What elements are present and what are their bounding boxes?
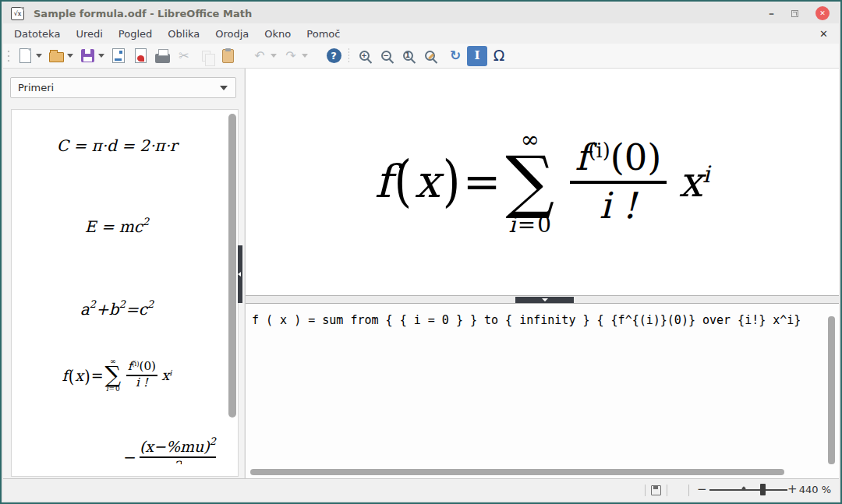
menu-item-pomoc[interactable]: Pomoč — [299, 26, 348, 42]
show-all-button[interactable] — [419, 46, 440, 66]
status-bar: − + 440 % — [3, 478, 839, 501]
fs-li: i — [106, 386, 108, 393]
menu-item-oblika[interactable]: Oblika — [160, 26, 207, 42]
save-as-button[interactable] — [108, 46, 129, 66]
command-horizontal-scrollbar[interactable] — [250, 469, 784, 475]
fs-x: x — [75, 367, 83, 384]
zoom-in-glyph: + — [361, 52, 367, 59]
menu-item-datoteka[interactable]: Datoteka — [6, 26, 68, 42]
print-icon — [155, 54, 170, 63]
menu-bar: Datoteka Uredi Pogled Oblika Orodja Okno… — [3, 23, 839, 44]
zoom-out-button[interactable]: − — [376, 46, 396, 66]
zoom-in-control[interactable]: + — [787, 482, 798, 496]
open-dropdown-arrow-icon[interactable] — [67, 54, 73, 58]
text-cursor-icon: I — [474, 50, 479, 62]
open-button[interactable] — [46, 46, 66, 66]
new-document-icon — [19, 48, 31, 63]
zoom-100-button[interactable]: 1 — [398, 46, 418, 66]
paste-clipboard-icon — [222, 49, 234, 63]
save-dropdown-arrow-icon[interactable] — [98, 54, 104, 58]
example-pythagoras[interactable]: a2+b2=c2 — [12, 300, 222, 319]
fs-rp: ) — [84, 365, 90, 386]
redo-button: ↷ — [281, 46, 301, 66]
command-window[interactable]: f ( x ) = sum from { { i = 0 } } to { in… — [246, 304, 839, 478]
open-folder-icon — [49, 52, 64, 62]
elements-panel: Primeri C = π·d = 2·π·r E = mc2 a2+b2=c2 — [3, 69, 244, 481]
fb-sigma: ∑ — [505, 151, 554, 212]
gauss-sup: 2 — [210, 435, 216, 447]
help-button[interactable]: ? — [324, 46, 344, 66]
new-document-button[interactable] — [15, 46, 35, 66]
restore-button[interactable] — [791, 10, 798, 17]
save-button[interactable] — [77, 46, 97, 66]
update-button[interactable]: ↻ — [445, 46, 465, 66]
libreoffice-math-icon: √x — [11, 7, 24, 20]
statusbar-separator — [667, 485, 667, 496]
fs-f: f — [62, 367, 68, 384]
fb-ti: i — [702, 160, 710, 188]
document-modified-icon[interactable] — [651, 485, 661, 495]
fb-li: i — [509, 214, 516, 236]
example-gauss-partial[interactable]: − (x−%mu)2 2 — [123, 437, 216, 464]
minimize-button[interactable]: – — [769, 9, 774, 17]
menu-item-uredi[interactable]: Uredi — [68, 26, 110, 42]
zoom-in-button[interactable]: + — [354, 46, 374, 66]
cut-scissors-icon: ✂ — [179, 50, 189, 62]
fs-sigma: ∑ — [105, 365, 122, 385]
window-controls: – ✕ — [769, 6, 830, 20]
menu-item-okno[interactable]: Okno — [256, 26, 299, 42]
formula-cursor-button[interactable]: I — [467, 46, 487, 66]
sidebar-scrollbar[interactable] — [228, 114, 236, 418]
zoom-out-control[interactable]: − — [697, 482, 707, 496]
pyth-a: a — [80, 300, 90, 319]
export-pdf-button[interactable] — [130, 46, 150, 66]
command-vertical-scrollbar[interactable] — [828, 316, 835, 464]
fb-narg: (0) — [610, 136, 662, 178]
example-taylor-series[interactable]: f(x)= ∞ ∑ i=0 f(i)(0) i ! xi — [12, 358, 222, 393]
horizontal-splitter[interactable] — [246, 295, 839, 304]
formula-view[interactable]: f(x)= ∞ ∑ i=0 f(i)(0) i ! xi — [246, 69, 839, 295]
fb-fraction-bar — [570, 181, 667, 184]
title-bar[interactable]: √x Sample formula.odf - LibreOffice Math… — [3, 3, 839, 23]
fb-rp: ) — [443, 150, 461, 214]
example-circumference[interactable]: C = π·d = 2·π·r — [12, 136, 222, 155]
pyth-c-sup: 2 — [147, 298, 154, 317]
save-floppy-icon — [81, 49, 94, 62]
fs-ti: i — [169, 368, 172, 377]
zoom-slider-track[interactable] — [709, 489, 787, 491]
window-title: Sample formula.odf - LibreOffice Math — [34, 8, 252, 19]
copy-button — [196, 46, 216, 66]
formula-source-text[interactable]: f ( x ) = sum from { { i = 0 } } to { in… — [252, 313, 801, 327]
standard-toolbar: ✂ ↶ ↷ ? + − 1 ↻ I Ω — [3, 44, 839, 69]
toolbar-grip-handle[interactable] — [6, 48, 11, 65]
close-button[interactable]: ✕ — [815, 6, 830, 20]
example-emc2[interactable]: E = mc2 — [12, 217, 222, 236]
fs-l0: 0 — [115, 386, 120, 393]
zoom-100-glyph: 1 — [405, 52, 410, 59]
symbols-button[interactable]: Ω — [489, 46, 509, 66]
fb-lp: ( — [394, 150, 412, 214]
example-emc2-sup: 2 — [143, 216, 149, 234]
taylor-formula-small: f(x)= ∞ ∑ i=0 f(i)(0) i ! xi — [62, 358, 172, 393]
print-button[interactable] — [152, 46, 172, 66]
gauss-num: (x−%mu) — [140, 438, 210, 455]
example-circumference-text: C = π·d = 2·π·r — [57, 136, 178, 155]
zoom-percentage[interactable]: 440 % — [799, 484, 831, 495]
category-select-value: Primeri — [18, 82, 54, 93]
fb-nsup: (i) — [589, 139, 610, 162]
redo-icon: ↷ — [285, 50, 295, 62]
fs-leq: = — [109, 386, 115, 393]
vertical-splitter-handle[interactable] — [238, 245, 242, 303]
zoom-slider-handle[interactable] — [760, 484, 766, 495]
menu-item-orodja[interactable]: Orodja — [207, 26, 256, 42]
fb-l0: 0 — [537, 214, 551, 236]
fs-nsup: (i) — [132, 360, 139, 368]
category-select[interactable]: Primeri — [10, 77, 236, 98]
fb-leq: = — [518, 214, 536, 236]
horizontal-splitter-handle[interactable] — [515, 297, 574, 303]
close-document-button[interactable]: ✕ — [819, 28, 828, 40]
fb-x: x — [415, 155, 440, 208]
paste-button[interactable] — [218, 46, 238, 66]
new-dropdown-arrow-icon[interactable] — [36, 54, 42, 58]
menu-item-pogled[interactable]: Pogled — [111, 26, 160, 42]
